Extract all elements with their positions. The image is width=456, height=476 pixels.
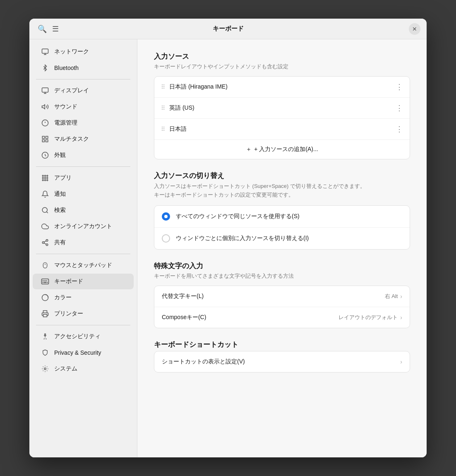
sidebar-item-online[interactable]: オンラインアカウント xyxy=(33,219,134,234)
compose-key-row[interactable]: Composeキー(C) レイアウトのデフォルト › xyxy=(154,307,410,328)
system-label: システム xyxy=(54,365,77,373)
svg-point-26 xyxy=(42,242,44,244)
search-sidebar-icon xyxy=(41,206,49,214)
sidebar-item-share[interactable]: 共有 xyxy=(33,235,134,250)
sidebar-item-mouse[interactable]: マウスとタッチパッド xyxy=(33,257,134,273)
svg-point-25 xyxy=(46,240,48,242)
input-source-menu-2[interactable]: ⋮ xyxy=(396,125,403,134)
share-label: 共有 xyxy=(54,239,66,246)
accessibility-label: アクセシビリティ xyxy=(54,333,101,340)
printer-label: プリンター xyxy=(54,310,83,317)
sidebar-item-display[interactable]: ディスプレイ xyxy=(33,83,134,99)
shortcuts-view-row[interactable]: ショートカットの表示と設定(V) › xyxy=(154,351,410,372)
menu-icon[interactable]: ☰ xyxy=(52,24,59,34)
svg-point-23 xyxy=(42,207,47,212)
sidebar-item-keyboard[interactable]: キーボード xyxy=(33,274,134,289)
notification-icon xyxy=(41,190,49,198)
sidebar-item-privacy[interactable]: Privacy & Security xyxy=(33,345,134,361)
sidebar-item-bluetooth[interactable]: Bluetooth xyxy=(33,60,134,76)
shortcuts-view-value-group: › xyxy=(400,358,402,365)
input-source-menu-1[interactable]: ⋮ xyxy=(396,103,403,113)
appearance-label: 外観 xyxy=(54,151,66,159)
accessibility-icon xyxy=(41,332,49,341)
sidebar-item-search[interactable]: 検索 xyxy=(33,202,134,218)
radio-per-window-indicator xyxy=(162,234,170,243)
svg-point-18 xyxy=(45,178,46,179)
radio-per-window-label: ウィンドウごとに個別に入力ソースを切り替える(I) xyxy=(176,235,309,242)
drag-handle-1[interactable]: ⠿ xyxy=(161,105,165,111)
network-icon xyxy=(41,48,49,56)
radio-option-per-window[interactable]: ウィンドウごとに個別に入力ソースを切り替える(I) xyxy=(154,228,410,249)
sidebar-item-network[interactable]: ネットワーク xyxy=(33,44,134,60)
radio-same-indicator xyxy=(162,212,170,221)
svg-marker-6 xyxy=(42,105,45,109)
input-source-item-2: 日本語 xyxy=(169,125,391,133)
svg-point-15 xyxy=(45,175,46,176)
alt-key-row[interactable]: 代替文字キー(L) 右 Alt › xyxy=(154,286,410,307)
sidebar-item-color[interactable]: カラー xyxy=(33,290,134,305)
sidebar-item-power[interactable]: 電源管理 xyxy=(33,115,134,131)
online-icon xyxy=(41,222,49,231)
alt-key-value-group: 右 Alt › xyxy=(385,293,402,300)
drag-handle-0[interactable]: ⠿ xyxy=(161,84,165,90)
sidebar-item-accessibility[interactable]: アクセシビリティ xyxy=(33,329,134,344)
svg-point-21 xyxy=(45,180,46,181)
input-source-menu-0[interactable]: ⋮ xyxy=(396,82,403,91)
sidebar-item-apps[interactable]: アプリ xyxy=(33,170,134,186)
search-icon[interactable]: 🔍 xyxy=(38,24,47,34)
search-sidebar-label: 検索 xyxy=(54,207,66,214)
drag-handle-2[interactable]: ⠿ xyxy=(161,126,165,132)
svg-rect-32 xyxy=(41,279,48,284)
sidebar-item-printer[interactable]: プリンター xyxy=(33,306,134,322)
input-switch-section: 入力ソースの切り替え 入力ソースはキーボードショートカット (Super+Spa… xyxy=(154,171,410,250)
titlebar: 🔍 ☰ キーボード ✕ xyxy=(29,19,427,39)
color-label: カラー xyxy=(54,294,72,301)
special-char-title: 特殊文字の入力 xyxy=(154,261,410,271)
sidebar-section-devices: マウスとタッチパッド キーボード カラー プリンター xyxy=(29,257,137,322)
sidebar-item-system[interactable]: システム xyxy=(33,361,134,377)
sidebar-section-other: アクセシビリティ Privacy & Security システム xyxy=(29,329,137,377)
sidebar-section-display: ディスプレイ サウンド 電源管理 マルチタスク xyxy=(29,83,137,163)
input-source-row-2: ⠿ 日本語 ⋮ xyxy=(154,119,410,140)
multitask-icon xyxy=(41,135,49,143)
keyboard-label: キーボード xyxy=(54,278,83,285)
color-icon xyxy=(41,293,49,302)
alt-key-value: 右 Alt xyxy=(385,293,398,300)
special-char-description: キーボードを用いてさまざまな文字や記号を入力する方法 xyxy=(154,272,410,280)
add-icon: ＋ xyxy=(246,146,252,153)
svg-rect-9 xyxy=(42,136,44,138)
notification-label: 通知 xyxy=(54,190,66,198)
apps-icon xyxy=(41,174,49,182)
online-label: オンラインアカウント xyxy=(54,223,112,230)
shortcuts-view-chevron: › xyxy=(400,358,402,365)
svg-point-14 xyxy=(42,175,43,176)
alt-key-chevron: › xyxy=(400,293,402,300)
sidebar-item-multitask[interactable]: マルチタスク xyxy=(33,131,134,147)
bluetooth-icon xyxy=(41,64,49,72)
compose-key-label: Composeキー(C) xyxy=(162,314,206,321)
input-switch-description: 入力ソースはキーボードショートカット (Super+Space) で切り替えるこ… xyxy=(154,182,410,200)
svg-rect-30 xyxy=(43,262,47,268)
settings-window: 🔍 ☰ キーボード ✕ ネットワーク Bluetooth xyxy=(29,19,427,457)
add-input-source-button[interactable]: ＋ + 入力ソースの追加(A)... xyxy=(154,140,410,159)
apps-label: アプリ xyxy=(54,174,72,182)
svg-point-20 xyxy=(42,180,43,181)
input-source-item-0: 日本語 (Hiragana IME) xyxy=(169,83,391,91)
sidebar-item-notification[interactable]: 通知 xyxy=(33,186,134,202)
divider-1 xyxy=(36,79,130,79)
privacy-label: Privacy & Security xyxy=(54,349,101,356)
svg-point-22 xyxy=(47,180,48,181)
sidebar-item-appearance[interactable]: 外観 xyxy=(33,147,134,163)
mouse-label: マウスとタッチパッド xyxy=(54,262,112,269)
main-content: 入力ソース キーボードレイアウトやインプットメソッドも含む設定 ⠿ 日本語 (H… xyxy=(137,39,427,457)
shortcuts-view-label: ショートカットの表示と設定(V) xyxy=(162,358,245,365)
svg-point-27 xyxy=(46,244,48,246)
radio-option-same[interactable]: すべてのウィンドウで同じソースを使用する(S) xyxy=(154,206,410,228)
display-label: ディスプレイ xyxy=(54,87,89,94)
close-button[interactable]: ✕ xyxy=(409,23,420,35)
keyboard-icon xyxy=(41,277,49,286)
svg-point-42 xyxy=(45,334,46,335)
svg-rect-12 xyxy=(46,140,48,142)
sidebar-section-apps: アプリ 通知 検索 オンラインアカウント xyxy=(29,170,137,250)
sidebar-item-sound[interactable]: サウンド xyxy=(33,99,134,115)
